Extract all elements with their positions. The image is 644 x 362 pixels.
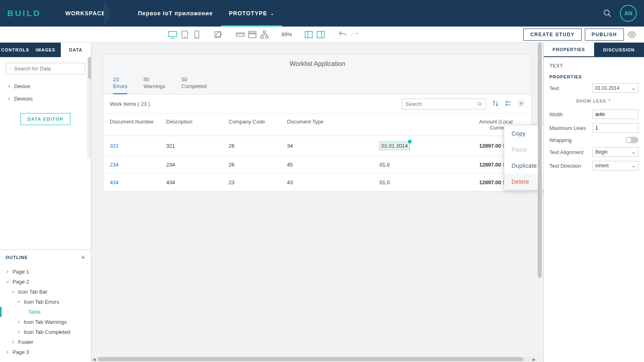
- left-scrollbar-thumb[interactable]: [88, 57, 91, 79]
- table-row[interactable]: 234 234 26 45 01.0 12897.00 EUR ›: [103, 156, 531, 174]
- svg-rect-30: [506, 104, 507, 105]
- icon-tab-completed[interactable]: 50 Completed: [182, 73, 207, 94]
- outline-label: Footer: [18, 339, 33, 345]
- svg-rect-16: [263, 31, 266, 33]
- tab-data[interactable]: DATA: [61, 43, 91, 57]
- tab-discussion[interactable]: DISCUSSION: [594, 43, 644, 57]
- layout-icon[interactable]: [248, 30, 257, 39]
- redo-icon[interactable]: [350, 30, 359, 39]
- cell-desc: 321: [166, 143, 229, 149]
- desktop-icon[interactable]: [168, 30, 178, 39]
- canvas-scrollbar-h[interactable]: ◀ ▶: [91, 356, 537, 362]
- chevron-down-icon: ⌄: [632, 163, 636, 169]
- canvas-scrollbar-v[interactable]: [538, 43, 542, 356]
- cell-date: 01.0: [380, 162, 460, 168]
- hierarchy-icon[interactable]: [260, 30, 269, 39]
- tab-controls[interactable]: CONTROLS: [0, 43, 30, 57]
- prop-align-select[interactable]: Begin⌄: [592, 147, 638, 157]
- cell-cc: 26: [229, 162, 287, 168]
- tab-images[interactable]: IMAGES: [30, 43, 60, 57]
- cell-docnum[interactable]: 321: [110, 143, 166, 149]
- icon-tab-errors[interactable]: 23 Errors: [113, 73, 127, 94]
- zoom-level[interactable]: 89%: [281, 31, 292, 37]
- chevron-right-icon: [17, 330, 21, 334]
- show-less-toggle[interactable]: SHOW LESS ⌃: [549, 99, 638, 104]
- cell-date[interactable]: 01.01.2014: [380, 142, 460, 150]
- chevron-down-icon: [6, 280, 9, 284]
- outline-page2[interactable]: Page 2: [6, 277, 85, 287]
- svg-rect-28: [506, 101, 507, 102]
- element-type-label: TEXT: [549, 63, 638, 69]
- logo[interactable]: BUILD: [7, 8, 41, 18]
- canvas-scrollbar-v-thumb[interactable]: [538, 43, 542, 278]
- outline-label: Icon Tab Bar: [18, 289, 47, 295]
- phone-icon[interactable]: [192, 30, 202, 39]
- search-data-input-wrap[interactable]: [6, 63, 85, 74]
- prop-text-select[interactable]: 01.01.2014⌄: [592, 83, 638, 93]
- ruler-icon[interactable]: [235, 30, 245, 39]
- svg-line-25: [11, 69, 11, 69]
- add-icon[interactable]: +: [81, 254, 85, 261]
- nav-prototype[interactable]: PROTOTYPE ⌄: [221, 0, 282, 27]
- outline-footer[interactable]: Footer: [6, 337, 85, 347]
- nav-app-name[interactable]: Первое IoT приложение: [130, 0, 221, 27]
- outline-icontabbar[interactable]: Icon Tab Bar: [6, 287, 85, 297]
- create-study-button[interactable]: CREATE STUDY: [523, 29, 581, 41]
- data-editor-button[interactable]: DATA EDITOR: [21, 113, 70, 125]
- panel-right-icon[interactable]: [316, 30, 326, 39]
- prop-wrapping-toggle[interactable]: [625, 137, 638, 143]
- panel-left-icon[interactable]: [304, 30, 314, 39]
- icon-tab-warnings[interactable]: 50 Warnings: [143, 73, 165, 94]
- group-icon[interactable]: [505, 100, 512, 109]
- outline-icontab-completed[interactable]: Icon Tab Completed: [6, 327, 85, 337]
- col-desc: Description: [166, 119, 229, 131]
- history-group: [338, 30, 359, 39]
- outline-page3[interactable]: Page 3: [6, 347, 85, 357]
- search-data-input[interactable]: [14, 66, 82, 72]
- scroll-right-icon[interactable]: ▶: [531, 356, 537, 362]
- publish-button[interactable]: PUBLISH: [585, 29, 624, 41]
- avatar[interactable]: AN: [620, 5, 637, 22]
- chevron-right-icon: [7, 97, 11, 101]
- tab-label: Completed: [182, 83, 207, 89]
- nav-prototype-label: PROTOTYPE: [229, 10, 267, 16]
- col-docnum: Document Number: [110, 119, 166, 131]
- cell-doctype: 34: [287, 143, 380, 149]
- tablet-icon[interactable]: [180, 30, 190, 39]
- outline-icontab-warnings[interactable]: Icon Tab Warnings: [6, 317, 85, 327]
- outline-icontab-errors[interactable]: Icon Tab Errors: [6, 297, 85, 307]
- tree-item-devices[interactable]: Devices: [6, 93, 85, 105]
- svg-rect-17: [261, 36, 263, 38]
- device-toggle-group: [168, 30, 202, 39]
- prop-width-label: Width: [549, 111, 563, 117]
- svg-rect-2: [169, 31, 177, 37]
- table-row[interactable]: 321 321 26 34 01.01.2014 12897.00 EUR ›: [103, 136, 531, 156]
- left-scrollbar[interactable]: [87, 57, 91, 159]
- sort-icon[interactable]: [492, 100, 499, 109]
- svg-rect-9: [236, 33, 244, 36]
- table-search-input[interactable]: [405, 101, 477, 107]
- tree-item-device[interactable]: Device: [6, 80, 85, 93]
- cell-docnum[interactable]: 234: [110, 162, 166, 168]
- undo-icon[interactable]: [338, 30, 347, 39]
- chevron-right-icon: [7, 84, 11, 88]
- tab-count: 50: [143, 76, 165, 82]
- outline-table[interactable]: Table: [6, 307, 85, 317]
- outline-page1[interactable]: Page 1: [6, 267, 85, 277]
- search-icon[interactable]: [603, 9, 612, 18]
- prop-maxlines-input[interactable]: [592, 123, 638, 133]
- tab-properties[interactable]: PROPERTIES: [544, 43, 594, 57]
- edit-icon[interactable]: [214, 30, 223, 39]
- scroll-left-icon[interactable]: ◀: [91, 356, 97, 362]
- canvas-scrollbar-h-thumb[interactable]: [98, 357, 523, 361]
- preview-eye-icon[interactable]: [627, 30, 637, 39]
- outline-label: Icon Tab Warnings: [24, 319, 67, 325]
- prop-width-input[interactable]: [592, 109, 638, 119]
- selection-handle[interactable]: [408, 140, 411, 143]
- table-search-wrap[interactable]: [402, 99, 486, 109]
- table-row[interactable]: 434 434 23 43 01.0 12897.00 EUR ›: [103, 174, 531, 191]
- settings-icon[interactable]: [518, 100, 525, 109]
- prop-dir-select[interactable]: Inherit⌄: [592, 161, 638, 171]
- cell-docnum[interactable]: 434: [110, 179, 166, 185]
- chevron-down-icon: ⌄: [270, 11, 274, 16]
